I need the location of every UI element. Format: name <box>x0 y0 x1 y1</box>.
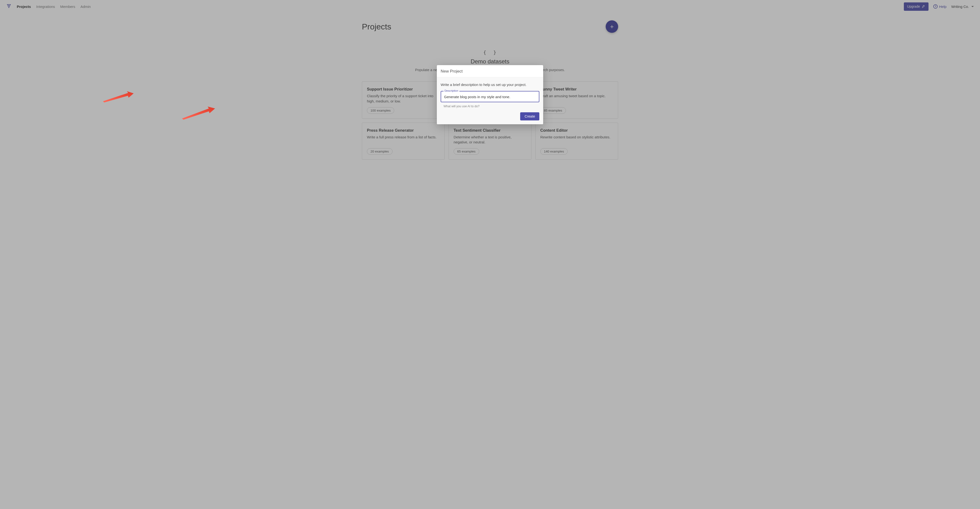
modal-instruction: Write a brief description to help us set… <box>441 83 539 87</box>
description-field-wrap[interactable]: Description <box>441 91 539 102</box>
modal-title: New Project <box>437 65 543 77</box>
description-label: Description <box>444 89 459 92</box>
new-project-modal: New Project Write a brief description to… <box>437 65 543 124</box>
description-input[interactable] <box>444 95 536 99</box>
description-helper: What will you use AI to do? <box>444 105 539 108</box>
create-button[interactable]: Create <box>520 112 539 121</box>
